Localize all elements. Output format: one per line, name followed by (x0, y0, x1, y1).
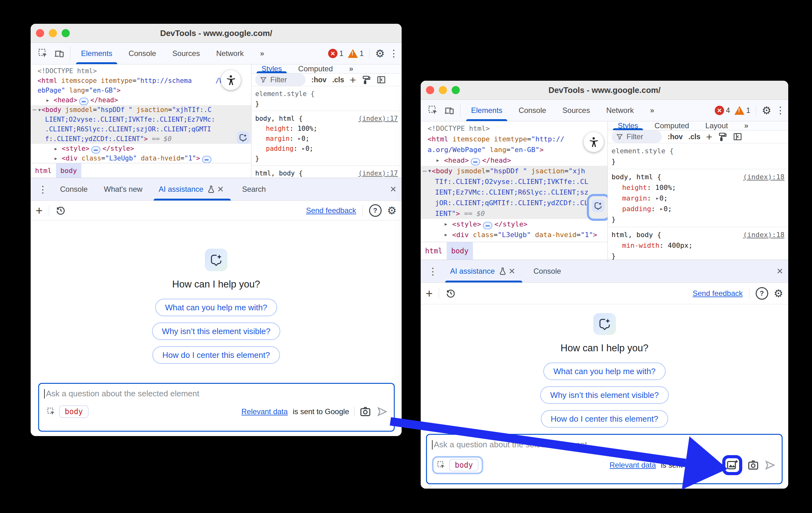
device-toolbar-icon[interactable] (441, 100, 458, 121)
tab-network[interactable]: Network (598, 100, 642, 121)
tab-console[interactable]: Console (511, 100, 554, 121)
ai-suggestion-button[interactable]: Why isn’t this element visible? (152, 322, 281, 340)
new-chat-icon[interactable]: + (36, 205, 42, 217)
dom-line[interactable]: LIENT;O2vyse:.CLIENT;IVKTfe:.CLIENT;Ez7V… (31, 115, 251, 124)
css-property[interactable]: margin: ▶ 0; (611, 193, 784, 204)
dom-line[interactable]: TIf:.CLIENT;O2vyse:.CLIENT;IVKTfe:.CL (421, 176, 607, 187)
styles-subtab-computed[interactable]: Computed (646, 121, 697, 130)
drawer-tab-console[interactable]: Console (52, 178, 96, 200)
error-badge[interactable]: ✕1 (328, 49, 343, 58)
dom-line[interactable]: a.org/WebPage" lang="en-GB"> (421, 144, 607, 155)
relevant-data-link[interactable]: Relevant data (610, 461, 656, 469)
css-rule[interactable]: element.style {} (252, 86, 402, 111)
kebab-menu-icon[interactable]: ⋮ (389, 49, 399, 58)
settings-gear-icon[interactable]: ⚙ (375, 48, 385, 59)
expand-inline-icon[interactable]: … (202, 156, 211, 163)
expand-inline-icon[interactable]: … (91, 146, 101, 153)
new-style-rule-icon[interactable]: + (350, 74, 356, 86)
dom-line[interactable]: f:.CLIENT;ydZCDf:.CLIENT"> == $0 (31, 134, 251, 144)
ai-suggestion-button[interactable]: What can you help me with? (155, 299, 278, 316)
drawer-tab-ai-assistance[interactable]: AI assistance✕ (150, 178, 234, 200)
settings-gear-icon[interactable]: ⚙ (762, 105, 771, 116)
more-tabs-button[interactable]: » (252, 43, 272, 64)
more-actions-gutter-icon[interactable]: ⋯ (423, 166, 427, 176)
drawer-kebab-menu-icon[interactable]: ⋮ (34, 178, 52, 200)
styles-subtab-styles[interactable]: Styles (610, 121, 646, 130)
send-feedback-link[interactable]: Send feedback (693, 289, 743, 298)
new-style-rule-icon[interactable]: + (706, 131, 712, 143)
dom-line[interactable]: ebPage" lang="en-GB"> (31, 86, 251, 95)
ai-settings-gear-icon[interactable]: ⚙ (387, 205, 397, 216)
tab-elements[interactable]: Elements (73, 43, 120, 64)
paint-icon[interactable] (361, 75, 371, 84)
screenshot-camera-icon[interactable] (747, 459, 759, 471)
error-badge[interactable]: ✕4 (715, 106, 730, 115)
breadcrumb-item-html[interactable]: html (421, 242, 447, 260)
css-rule[interactable]: element.style {} (608, 143, 788, 169)
warning-badge[interactable]: 1 (348, 49, 364, 58)
drawer-tab-ai-assistance[interactable]: AI assistance✕ (442, 260, 525, 282)
more-tabs-button[interactable]: » (642, 100, 662, 121)
dom-line[interactable]: <html itemscope itemtype="http:// em (421, 134, 607, 144)
stylesheet-source-link[interactable]: (index):17 (358, 114, 398, 123)
dom-line[interactable]: .CLIENT;R6Slyc:.CLIENT;szjOR:.CLIENT;qGM… (31, 124, 251, 134)
inspect-icon[interactable] (35, 43, 51, 64)
history-icon[interactable] (55, 205, 66, 216)
more-actions-gutter-icon[interactable]: ⋯ (32, 105, 37, 115)
ai-suggestion-button[interactable]: What can you help me with? (543, 363, 666, 380)
ai-settings-gear-icon[interactable]: ⚙ (774, 288, 783, 299)
send-icon[interactable] (764, 459, 776, 471)
ai-suggestion-button[interactable]: How do I center this element? (541, 410, 668, 428)
device-toolbar-icon[interactable] (51, 43, 67, 64)
dom-line[interactable]: ▶ <head>…</head> (31, 95, 251, 105)
tab-console[interactable]: Console (120, 43, 164, 64)
dom-line[interactable]: <!DOCTYPE html> (421, 123, 607, 134)
stylesheet-source-link[interactable]: (index):18 (743, 172, 784, 182)
paint-icon[interactable] (718, 132, 727, 141)
css-property[interactable]: min-width: 400px; (611, 240, 784, 251)
breadcrumb-item-html[interactable]: html (31, 163, 56, 178)
dom-line[interactable]: ▶ <style>…</style> (31, 144, 251, 153)
send-icon[interactable] (376, 406, 388, 418)
dom-line[interactable]: ▶ <head>…</head> (421, 155, 607, 166)
breadcrumb-item-body[interactable]: body (56, 163, 81, 178)
close-icon[interactable]: ✕ (507, 266, 517, 276)
cls-toggle[interactable]: .cls (332, 76, 344, 84)
tab-sources[interactable]: Sources (554, 100, 598, 121)
add-image-icon[interactable] (726, 459, 738, 472)
css-property[interactable]: height: 100%; (611, 182, 784, 193)
dom-line[interactable]: IENT"> == $0 (421, 208, 607, 219)
expand-inline-icon[interactable]: … (79, 97, 89, 105)
dom-line[interactable]: IENT;Ez7VMc:.CLIENT;R6Slyc:.CLIENT;sz (421, 187, 607, 198)
css-property[interactable]: margin: ▶ 0; (255, 134, 398, 144)
panel-toggle-icon[interactable] (377, 75, 386, 84)
drawer-tab-search[interactable]: Search (234, 178, 274, 200)
cls-toggle[interactable]: .cls (689, 133, 700, 141)
ai-prompt-box[interactable]: Ask a question about the selected elemen… (426, 434, 783, 484)
inspect-icon[interactable] (425, 100, 441, 121)
dom-line[interactable]: ▶ <style>…</style> (421, 219, 607, 230)
css-property[interactable]: padding: ▶ 0; (255, 144, 398, 153)
dom-line[interactable]: <html itemscope itemtype="http://schema … (31, 76, 251, 86)
styles-subtab-styles[interactable]: Styles (253, 64, 290, 73)
css-property[interactable]: height: 100%; (255, 123, 398, 134)
drawer-close-icon[interactable]: ✕ (388, 184, 399, 194)
screenshot-camera-icon[interactable] (359, 406, 371, 418)
drawer-tab-what-s-new[interactable]: What's new (96, 178, 150, 200)
help-icon[interactable]: ? (369, 204, 382, 217)
css-rule[interactable]: html, body {(index):17min-width: 400px;} (252, 166, 402, 178)
hov-toggle[interactable]: :hov (667, 133, 683, 141)
ai-suggestion-button[interactable]: Why isn’t this element visible? (540, 386, 669, 404)
history-icon[interactable] (445, 288, 456, 299)
ai-suggestion-button[interactable]: How do I center this element? (152, 346, 280, 364)
dom-line[interactable]: ⋯▼<body jsmodel="hspDDf " jsaction="xjhT… (31, 105, 251, 115)
stylesheet-source-link[interactable]: (index):17 (358, 168, 398, 178)
styles-subtab-layout[interactable]: Layout (697, 121, 736, 130)
tab-sources[interactable]: Sources (164, 43, 208, 64)
ask-ai-button[interactable] (592, 200, 604, 212)
css-rule[interactable]: body, html {(index):17height: 100%;margi… (252, 111, 402, 166)
stylesheet-source-link[interactable]: (index):18 (743, 230, 784, 240)
more-subtabs-button[interactable]: » (736, 121, 756, 130)
dom-line[interactable]: jOR:.CLIENT;qGMTIf:.CLIENT;ydZCDf:.CL (421, 198, 607, 208)
help-icon[interactable]: ? (756, 287, 768, 300)
